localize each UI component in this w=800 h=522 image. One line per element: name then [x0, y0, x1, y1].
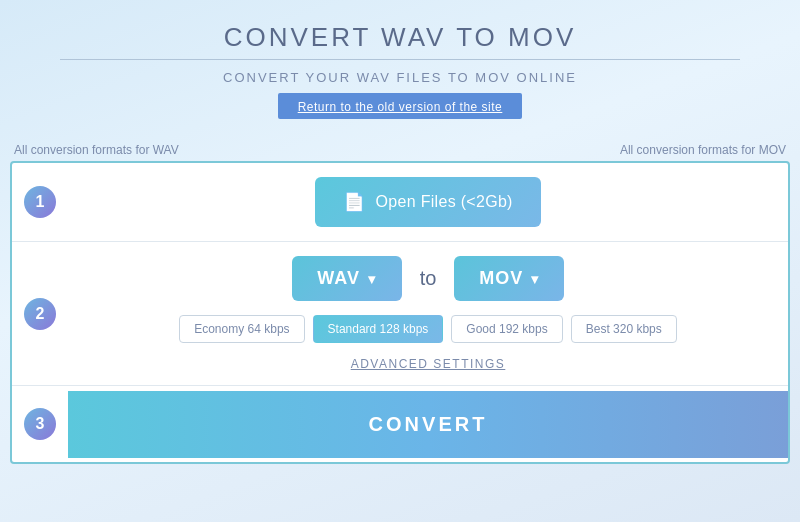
quality-option-0[interactable]: Economy 64 kbps — [179, 315, 304, 343]
return-link[interactable]: Return to the old version of the site — [298, 100, 503, 114]
format-tabs: All conversion formats for WAV All conve… — [10, 137, 790, 161]
step2-row: 2 WAV ▾ to MOV ▾ Economy 64 kbpsStandard… — [12, 242, 788, 386]
step2-number-wrapper: 2 — [12, 298, 68, 330]
from-format-button[interactable]: WAV ▾ — [292, 256, 402, 301]
convert-button[interactable]: CONVERT — [68, 391, 788, 458]
step1-content: 📄 Open Files (<2Gb) — [68, 163, 788, 241]
main-container: 1 📄 Open Files (<2Gb) 2 WAV ▾ to — [10, 161, 790, 464]
return-link-wrapper[interactable]: Return to the old version of the site — [278, 93, 523, 119]
step2-circle: 2 — [24, 298, 56, 330]
step1-number: 1 — [36, 193, 45, 211]
from-format-label: WAV — [317, 268, 360, 289]
step1-row: 1 📄 Open Files (<2Gb) — [12, 163, 788, 242]
step3-row: 3 CONVERT — [12, 386, 788, 462]
quality-option-2[interactable]: Good 192 kbps — [451, 315, 562, 343]
open-files-label: Open Files (<2Gb) — [376, 193, 513, 211]
from-format-arrow-icon: ▾ — [368, 271, 376, 287]
step2-number: 2 — [36, 305, 45, 323]
file-icon: 📄 — [343, 191, 365, 213]
step1-circle: 1 — [24, 186, 56, 218]
to-format-label: MOV — [479, 268, 523, 289]
step3-circle: 3 — [24, 408, 56, 440]
step2-content: WAV ▾ to MOV ▾ Economy 64 kbpsStandard 1… — [68, 242, 788, 385]
step3-content: CONVERT — [68, 391, 788, 458]
quality-row: Economy 64 kbpsStandard 128 kbpsGood 192… — [179, 315, 677, 343]
format-row: WAV ▾ to MOV ▾ — [292, 256, 565, 301]
header-section: CONVERT WAV TO MOV CONVERT YOUR WAV FILE… — [0, 0, 800, 137]
to-format-arrow-icon: ▾ — [531, 271, 539, 287]
to-format-button[interactable]: MOV ▾ — [454, 256, 564, 301]
advanced-settings-link[interactable]: ADVANCED SETTINGS — [351, 357, 506, 371]
divider-line — [60, 59, 740, 60]
format-tab-mov[interactable]: All conversion formats for MOV — [620, 143, 786, 157]
subtitle: CONVERT YOUR WAV FILES TO MOV ONLINE — [223, 70, 577, 85]
to-label: to — [420, 267, 437, 290]
step3-number: 3 — [36, 415, 45, 433]
step3-number-wrapper: 3 — [12, 408, 68, 440]
quality-option-3[interactable]: Best 320 kbps — [571, 315, 677, 343]
quality-option-1[interactable]: Standard 128 kbps — [313, 315, 444, 343]
step1-number-wrapper: 1 — [12, 186, 68, 218]
format-tab-wav[interactable]: All conversion formats for WAV — [14, 143, 179, 157]
open-files-button[interactable]: 📄 Open Files (<2Gb) — [315, 177, 540, 227]
main-title: CONVERT WAV TO MOV — [224, 22, 577, 53]
